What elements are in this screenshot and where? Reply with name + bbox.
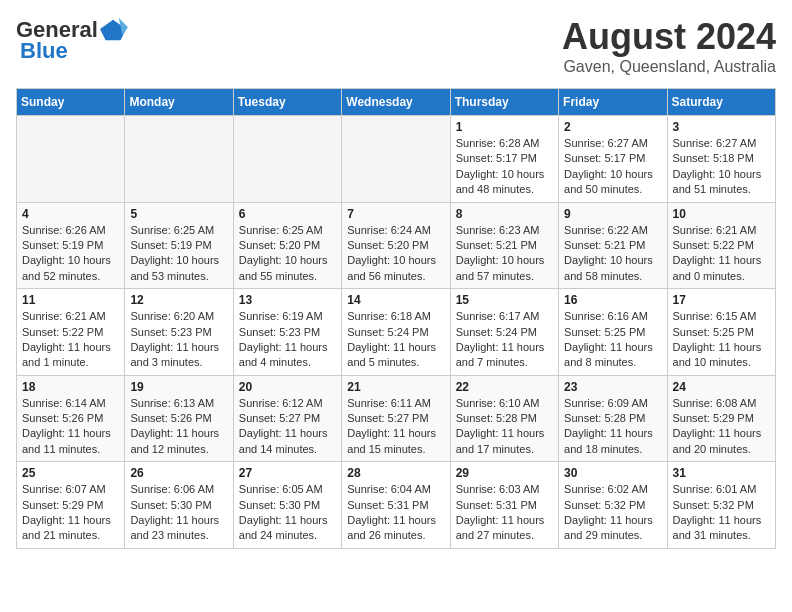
day-number: 16: [564, 293, 661, 307]
day-info: Sunrise: 6:24 AM Sunset: 5:20 PM Dayligh…: [347, 223, 444, 285]
day-info: Sunrise: 6:03 AM Sunset: 5:31 PM Dayligh…: [456, 482, 553, 544]
day-info: Sunrise: 6:28 AM Sunset: 5:17 PM Dayligh…: [456, 136, 553, 198]
day-number: 27: [239, 466, 336, 480]
day-number: 4: [22, 207, 119, 221]
calendar-cell: 10Sunrise: 6:21 AM Sunset: 5:22 PM Dayli…: [667, 202, 775, 289]
day-info: Sunrise: 6:06 AM Sunset: 5:30 PM Dayligh…: [130, 482, 227, 544]
day-info: Sunrise: 6:07 AM Sunset: 5:29 PM Dayligh…: [22, 482, 119, 544]
day-number: 20: [239, 380, 336, 394]
calendar-cell: [233, 116, 341, 203]
calendar-cell: 5Sunrise: 6:25 AM Sunset: 5:19 PM Daylig…: [125, 202, 233, 289]
calendar-cell: 22Sunrise: 6:10 AM Sunset: 5:28 PM Dayli…: [450, 375, 558, 462]
day-number: 10: [673, 207, 770, 221]
day-number: 26: [130, 466, 227, 480]
day-info: Sunrise: 6:16 AM Sunset: 5:25 PM Dayligh…: [564, 309, 661, 371]
day-number: 21: [347, 380, 444, 394]
day-number: 31: [673, 466, 770, 480]
calendar-dow-wednesday: Wednesday: [342, 89, 450, 116]
day-info: Sunrise: 6:09 AM Sunset: 5:28 PM Dayligh…: [564, 396, 661, 458]
calendar-table: SundayMondayTuesdayWednesdayThursdayFrid…: [16, 88, 776, 549]
day-number: 22: [456, 380, 553, 394]
day-info: Sunrise: 6:27 AM Sunset: 5:18 PM Dayligh…: [673, 136, 770, 198]
calendar-week-row: 11Sunrise: 6:21 AM Sunset: 5:22 PM Dayli…: [17, 289, 776, 376]
day-number: 29: [456, 466, 553, 480]
calendar-cell: 25Sunrise: 6:07 AM Sunset: 5:29 PM Dayli…: [17, 462, 125, 549]
day-info: Sunrise: 6:01 AM Sunset: 5:32 PM Dayligh…: [673, 482, 770, 544]
day-number: 18: [22, 380, 119, 394]
calendar-cell: [125, 116, 233, 203]
day-number: 24: [673, 380, 770, 394]
calendar-cell: 30Sunrise: 6:02 AM Sunset: 5:32 PM Dayli…: [559, 462, 667, 549]
calendar-dow-friday: Friday: [559, 89, 667, 116]
calendar-cell: 26Sunrise: 6:06 AM Sunset: 5:30 PM Dayli…: [125, 462, 233, 549]
day-info: Sunrise: 6:10 AM Sunset: 5:28 PM Dayligh…: [456, 396, 553, 458]
day-info: Sunrise: 6:25 AM Sunset: 5:19 PM Dayligh…: [130, 223, 227, 285]
day-number: 12: [130, 293, 227, 307]
calendar-cell: 11Sunrise: 6:21 AM Sunset: 5:22 PM Dayli…: [17, 289, 125, 376]
day-info: Sunrise: 6:20 AM Sunset: 5:23 PM Dayligh…: [130, 309, 227, 371]
calendar-dow-thursday: Thursday: [450, 89, 558, 116]
calendar-cell: [342, 116, 450, 203]
calendar-dow-sunday: Sunday: [17, 89, 125, 116]
title-section: August 2024 Gaven, Queensland, Australia: [562, 16, 776, 76]
day-info: Sunrise: 6:02 AM Sunset: 5:32 PM Dayligh…: [564, 482, 661, 544]
calendar-cell: [17, 116, 125, 203]
day-number: 25: [22, 466, 119, 480]
day-info: Sunrise: 6:17 AM Sunset: 5:24 PM Dayligh…: [456, 309, 553, 371]
day-number: 15: [456, 293, 553, 307]
logo: General Blue: [16, 16, 128, 64]
calendar-dow-monday: Monday: [125, 89, 233, 116]
day-number: 3: [673, 120, 770, 134]
calendar-dow-tuesday: Tuesday: [233, 89, 341, 116]
calendar-cell: 23Sunrise: 6:09 AM Sunset: 5:28 PM Dayli…: [559, 375, 667, 462]
logo-icon: [100, 16, 128, 44]
day-info: Sunrise: 6:25 AM Sunset: 5:20 PM Dayligh…: [239, 223, 336, 285]
day-info: Sunrise: 6:22 AM Sunset: 5:21 PM Dayligh…: [564, 223, 661, 285]
day-info: Sunrise: 6:21 AM Sunset: 5:22 PM Dayligh…: [22, 309, 119, 371]
calendar-cell: 27Sunrise: 6:05 AM Sunset: 5:30 PM Dayli…: [233, 462, 341, 549]
day-number: 23: [564, 380, 661, 394]
day-info: Sunrise: 6:23 AM Sunset: 5:21 PM Dayligh…: [456, 223, 553, 285]
day-info: Sunrise: 6:12 AM Sunset: 5:27 PM Dayligh…: [239, 396, 336, 458]
calendar-cell: 16Sunrise: 6:16 AM Sunset: 5:25 PM Dayli…: [559, 289, 667, 376]
calendar-week-row: 25Sunrise: 6:07 AM Sunset: 5:29 PM Dayli…: [17, 462, 776, 549]
day-number: 2: [564, 120, 661, 134]
day-number: 30: [564, 466, 661, 480]
calendar-cell: 31Sunrise: 6:01 AM Sunset: 5:32 PM Dayli…: [667, 462, 775, 549]
calendar-cell: 7Sunrise: 6:24 AM Sunset: 5:20 PM Daylig…: [342, 202, 450, 289]
calendar-cell: 6Sunrise: 6:25 AM Sunset: 5:20 PM Daylig…: [233, 202, 341, 289]
calendar-cell: 14Sunrise: 6:18 AM Sunset: 5:24 PM Dayli…: [342, 289, 450, 376]
calendar-cell: 1Sunrise: 6:28 AM Sunset: 5:17 PM Daylig…: [450, 116, 558, 203]
day-info: Sunrise: 6:15 AM Sunset: 5:25 PM Dayligh…: [673, 309, 770, 371]
calendar-cell: 9Sunrise: 6:22 AM Sunset: 5:21 PM Daylig…: [559, 202, 667, 289]
calendar-cell: 29Sunrise: 6:03 AM Sunset: 5:31 PM Dayli…: [450, 462, 558, 549]
calendar-cell: 15Sunrise: 6:17 AM Sunset: 5:24 PM Dayli…: [450, 289, 558, 376]
calendar-dow-saturday: Saturday: [667, 89, 775, 116]
day-info: Sunrise: 6:19 AM Sunset: 5:23 PM Dayligh…: [239, 309, 336, 371]
calendar-cell: 2Sunrise: 6:27 AM Sunset: 5:17 PM Daylig…: [559, 116, 667, 203]
day-number: 14: [347, 293, 444, 307]
day-number: 6: [239, 207, 336, 221]
calendar-cell: 18Sunrise: 6:14 AM Sunset: 5:26 PM Dayli…: [17, 375, 125, 462]
calendar-cell: 8Sunrise: 6:23 AM Sunset: 5:21 PM Daylig…: [450, 202, 558, 289]
calendar-cell: 3Sunrise: 6:27 AM Sunset: 5:18 PM Daylig…: [667, 116, 775, 203]
day-info: Sunrise: 6:21 AM Sunset: 5:22 PM Dayligh…: [673, 223, 770, 285]
day-number: 19: [130, 380, 227, 394]
day-number: 5: [130, 207, 227, 221]
month-year-title: August 2024: [562, 16, 776, 58]
calendar-week-row: 18Sunrise: 6:14 AM Sunset: 5:26 PM Dayli…: [17, 375, 776, 462]
day-info: Sunrise: 6:18 AM Sunset: 5:24 PM Dayligh…: [347, 309, 444, 371]
calendar-cell: 19Sunrise: 6:13 AM Sunset: 5:26 PM Dayli…: [125, 375, 233, 462]
calendar-cell: 12Sunrise: 6:20 AM Sunset: 5:23 PM Dayli…: [125, 289, 233, 376]
day-number: 9: [564, 207, 661, 221]
day-info: Sunrise: 6:26 AM Sunset: 5:19 PM Dayligh…: [22, 223, 119, 285]
day-info: Sunrise: 6:14 AM Sunset: 5:26 PM Dayligh…: [22, 396, 119, 458]
calendar-week-row: 1Sunrise: 6:28 AM Sunset: 5:17 PM Daylig…: [17, 116, 776, 203]
calendar-cell: 24Sunrise: 6:08 AM Sunset: 5:29 PM Dayli…: [667, 375, 775, 462]
calendar-cell: 28Sunrise: 6:04 AM Sunset: 5:31 PM Dayli…: [342, 462, 450, 549]
day-number: 8: [456, 207, 553, 221]
calendar-cell: 20Sunrise: 6:12 AM Sunset: 5:27 PM Dayli…: [233, 375, 341, 462]
calendar-cell: 4Sunrise: 6:26 AM Sunset: 5:19 PM Daylig…: [17, 202, 125, 289]
day-info: Sunrise: 6:11 AM Sunset: 5:27 PM Dayligh…: [347, 396, 444, 458]
day-info: Sunrise: 6:27 AM Sunset: 5:17 PM Dayligh…: [564, 136, 661, 198]
